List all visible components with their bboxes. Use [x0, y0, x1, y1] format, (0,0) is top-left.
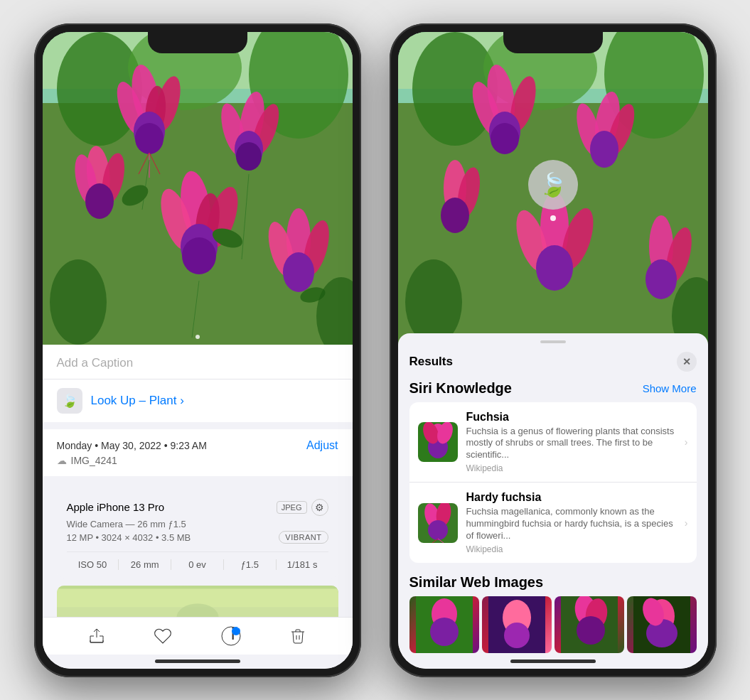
- fuchsia-text: Fuchsia Fuchsia is a genus of flowering …: [466, 411, 676, 474]
- similar-image-2[interactable]: [482, 596, 552, 653]
- fuchsia-source: Wikipedia: [466, 463, 676, 473]
- photo-dot: [195, 335, 200, 339]
- filename-text: IMG_4241: [71, 455, 117, 466]
- siri-bubble[interactable]: 🍃: [528, 160, 578, 210]
- photo-view: Add a Caption 🍃 Look Up – Plant › Monday: [43, 32, 353, 669]
- svg-point-94: [504, 623, 530, 648]
- results-header: Results ✕: [398, 343, 708, 380]
- meta-section: Monday • May 30, 2022 • 9:23 AM Adjust ☁…: [43, 429, 353, 476]
- svg-point-33: [283, 252, 314, 292]
- similar-images: [409, 596, 697, 653]
- caption-placeholder[interactable]: Add a Caption: [57, 356, 134, 370]
- svg-point-75: [645, 259, 677, 299]
- results-view: 🍃 Results ✕ Siri Knowledge S: [398, 32, 708, 669]
- notch: [148, 32, 247, 53]
- delete-button[interactable]: [289, 628, 306, 645]
- cloud-icon: ☁: [57, 455, 67, 466]
- divider-inner: [67, 551, 328, 552]
- svg-text:✦: ✦: [236, 626, 241, 637]
- meta-date-text: Monday • May 30, 2022 • 9:23 AM: [57, 440, 207, 451]
- svg-point-29: [182, 237, 216, 274]
- info-button[interactable]: i ✦: [221, 626, 241, 646]
- fuchsia-desc: Fuchsia is a genus of flowering plants t…: [466, 426, 676, 462]
- exif-ev: 0 ev: [171, 559, 224, 570]
- right-home-bar: [510, 659, 596, 663]
- svg-point-72: [536, 245, 573, 291]
- lookup-label: Look Up – Plant ›: [91, 394, 184, 408]
- toolbar: i ✦: [43, 617, 353, 655]
- siri-knowledge-title: Siri Knowledge: [409, 380, 512, 397]
- hardy-text: Hardy fuchsia Fuchsia magellanica, commo…: [466, 491, 676, 554]
- similar-image-3[interactable]: [555, 596, 624, 653]
- gear-button[interactable]: ⚙: [311, 499, 328, 516]
- camera-spec: Wide Camera — 26 mm ƒ1.5: [67, 519, 328, 529]
- svg-point-76: [405, 259, 462, 345]
- exif-aperture: ƒ1.5: [224, 559, 277, 570]
- svg-point-86: [428, 520, 448, 540]
- svg-point-91: [430, 618, 459, 646]
- results-title: Results: [409, 355, 453, 369]
- exif-focal: 26 mm: [119, 559, 171, 570]
- phones-container: Add a Caption 🍃 Look Up – Plant › Monday: [34, 23, 717, 677]
- device-badges: JPEG ⚙: [277, 499, 328, 516]
- show-more-button[interactable]: Show More: [643, 382, 697, 394]
- left-phone: Add a Caption 🍃 Look Up – Plant › Monday: [34, 23, 361, 677]
- device-row: Apple iPhone 13 Pro JPEG ⚙: [67, 499, 328, 516]
- lookup-row[interactable]: 🍃 Look Up – Plant ›: [43, 379, 353, 422]
- knowledge-card: Fuchsia Fuchsia is a genus of flowering …: [409, 402, 697, 563]
- hardy-thumbnail: [418, 503, 458, 543]
- siri-icon: 🍃: [539, 171, 567, 198]
- lookup-icon: 🍃: [57, 388, 82, 414]
- fuchsia-name: Fuchsia: [466, 411, 676, 424]
- caption-area[interactable]: Add a Caption: [43, 345, 353, 379]
- exif-row: ISO 50 26 mm 0 ev ƒ1.5 1/181 s: [67, 559, 328, 570]
- lookup-chevron: ›: [180, 394, 184, 407]
- svg-point-40: [50, 259, 107, 345]
- similar-image-1[interactable]: [409, 596, 479, 653]
- meta-filename: ☁ IMG_4241: [57, 455, 338, 466]
- svg-rect-46: [57, 586, 338, 588]
- close-button[interactable]: ✕: [677, 352, 697, 372]
- photo-area[interactable]: [43, 32, 353, 345]
- svg-point-65: [590, 131, 618, 168]
- hardy-desc: Fuchsia magellanica, commonly known as t…: [466, 506, 676, 542]
- fuchsia-thumbnail: [418, 422, 458, 462]
- share-button[interactable]: [88, 628, 105, 645]
- mp-text: 12 MP • 3024 × 4032 • 3.5 MB: [67, 532, 191, 543]
- siri-dot: [550, 215, 556, 221]
- results-panel[interactable]: Results ✕ Siri Knowledge Show More: [398, 333, 708, 669]
- device-name: Apple iPhone 13 Pro: [67, 501, 165, 513]
- favorite-button[interactable]: [154, 627, 172, 645]
- siri-knowledge-section: Siri Knowledge Show More: [398, 380, 708, 563]
- hardy-chevron: ›: [685, 517, 688, 529]
- svg-point-98: [577, 616, 605, 645]
- fuchsia-chevron: ›: [685, 436, 688, 448]
- left-home-bar: [155, 659, 240, 663]
- vibrant-badge: VIBRANT: [279, 531, 328, 544]
- meta-date-row: Monday • May 30, 2022 • 9:23 AM Adjust: [57, 439, 338, 452]
- knowledge-item-fuchsia[interactable]: Fuchsia Fuchsia is a genus of flowering …: [409, 402, 697, 483]
- right-notch: [503, 32, 603, 53]
- similar-section: Similar Web Images: [398, 563, 708, 664]
- similar-image-4[interactable]: [627, 596, 697, 653]
- right-phone-screen: 🍃 Results ✕ Siri Knowledge S: [398, 32, 708, 669]
- svg-point-11: [135, 123, 164, 154]
- svg-point-68: [441, 198, 469, 233]
- hardy-source: Wikipedia: [466, 544, 676, 554]
- adjust-button[interactable]: Adjust: [306, 439, 338, 452]
- divider-2: [43, 476, 353, 483]
- svg-point-61: [491, 123, 519, 154]
- left-phone-screen: Add a Caption 🍃 Look Up – Plant › Monday: [43, 32, 353, 669]
- svg-point-19: [236, 142, 262, 171]
- jpeg-badge: JPEG: [277, 501, 307, 514]
- results-photo: 🍃: [398, 32, 708, 345]
- knowledge-item-hardy[interactable]: Hardy fuchsia Fuchsia magellanica, commo…: [409, 482, 697, 563]
- hardy-name: Hardy fuchsia: [466, 491, 676, 504]
- lookup-value: Plant: [146, 394, 176, 407]
- exif-iso: ISO 50: [67, 559, 119, 570]
- mp-row: 12 MP • 3024 × 4032 • 3.5 MB VIBRANT: [67, 531, 328, 544]
- device-section: Apple iPhone 13 Pro JPEG ⚙ Wide Camera —…: [57, 490, 338, 578]
- lookup-prefix: Look Up –: [91, 394, 146, 407]
- similar-title: Similar Web Images: [409, 574, 697, 591]
- right-phone: 🍃 Results ✕ Siri Knowledge S: [390, 23, 717, 677]
